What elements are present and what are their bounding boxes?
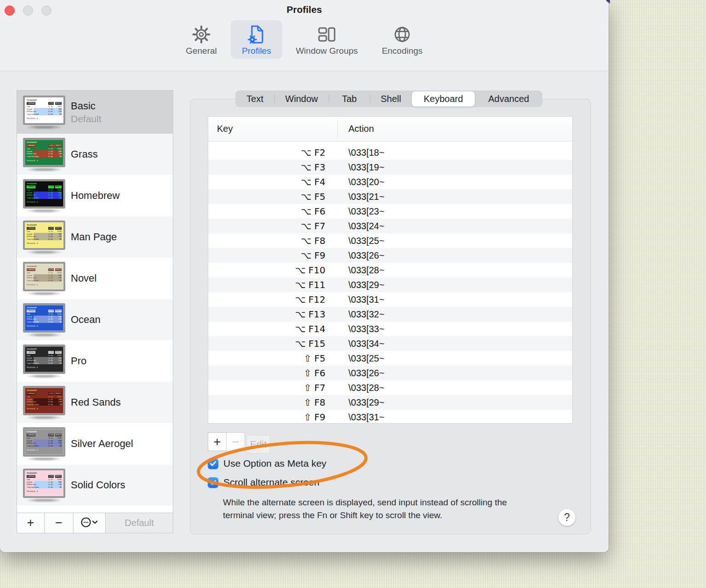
tab-text[interactable]: Text	[235, 90, 274, 107]
scroll-alternate-screen-checkbox[interactable]	[208, 477, 218, 488]
key-cell: ⌥ F4	[208, 176, 337, 187]
gear-icon	[191, 23, 212, 45]
action-cell: \033[31~	[337, 412, 572, 423]
key-binding-row[interactable]: ⇧ F7\033[28~	[208, 380, 572, 395]
profile-row-ocean[interactable]: Terminal#COMMAND%CPURPRVTtop4.1%231KXcod…	[17, 299, 173, 340]
profile-name: Basic	[71, 100, 102, 112]
tab-keyboard[interactable]: Keyboard	[412, 91, 475, 107]
key-binding-row[interactable]: ⌥ F15\033[34~	[208, 336, 572, 351]
profile-list: Terminal#COMMAND%CPURPRVTtop4.1%231KXcod…	[17, 90, 173, 513]
key-cell: ⌥ F12	[208, 294, 337, 305]
action-cell: \033[18~	[337, 147, 572, 158]
tab-window[interactable]: Window	[274, 90, 329, 107]
profile-default-badge: Default	[71, 113, 102, 124]
column-header-key: Key	[208, 124, 233, 134]
key-binding-row[interactable]: ⇧ F9\033[31~	[208, 410, 572, 424]
profile-row-basic[interactable]: Terminal#COMMAND%CPURPRVTtop4.1%231KXcod…	[17, 90, 173, 134]
profile-name: Ocean	[71, 314, 101, 326]
key-cell: ⌥ F15	[208, 338, 337, 349]
profile-thumbnail: Terminal#COMMAND%CPURPRVTtop4.1%231KXcod…	[23, 386, 65, 419]
profile-thumbnail: Terminal#COMMAND%CPURPRVTtop4.1%231KXcod…	[23, 303, 65, 336]
action-cell: \033[28~	[337, 383, 572, 393]
table-body: ⌥ F2\033[18~⌥ F3\033[19~⌥ F4\033[20~⌥ F5…	[208, 141, 572, 424]
profile-tabs: TextWindowTabShellKeyboardAdvanced	[235, 90, 542, 107]
key-binding-row[interactable]: ⌥ F14\033[33~	[208, 322, 572, 336]
ellipsis-circle-chevron-icon	[80, 516, 99, 530]
document-gear-icon	[246, 23, 267, 45]
toolbar-item-label: Encodings	[382, 46, 423, 56]
profile-row-novel[interactable]: Terminal#COMMAND%CPURPRVTtop4.1%231KXcod…	[17, 258, 173, 299]
key-binding-row[interactable]: ⌥ F8\033[25~	[208, 233, 572, 248]
key-cell: ⌥ F7	[208, 220, 337, 232]
profile-row-red-sands[interactable]: Terminal#COMMAND%CPURPRVTtop4.1%231KXcod…	[17, 382, 173, 423]
alternate-screen-help-text: While the alternate screen is displayed,…	[223, 496, 535, 522]
profile-name: Red Sands	[71, 396, 121, 408]
key-cell: ⌥ F2	[208, 147, 337, 158]
tab-advanced[interactable]: Advanced	[475, 90, 542, 107]
key-binding-row[interactable]: ⌥ F7\033[24~	[208, 219, 572, 233]
action-cell: \033[26~	[337, 250, 572, 261]
key-binding-row[interactable]: ⌥ F13\033[32~	[208, 307, 572, 322]
remove-binding-button[interactable]: −	[226, 432, 245, 451]
key-binding-row[interactable]: ⌥ F4\033[20~	[208, 175, 572, 189]
key-cell: ⌥ F8	[208, 235, 337, 246]
profile-actions-menu-button[interactable]	[74, 513, 106, 533]
action-cell: \033[25~	[337, 236, 572, 246]
key-binding-row[interactable]: ⌥ F11\033[29~	[208, 277, 572, 292]
profile-row-grass[interactable]: Terminal#COMMAND%CPURPRVTtop4.1%231KXcod…	[17, 134, 173, 175]
profile-name: Solid Colors	[71, 479, 125, 491]
profile-row-pro[interactable]: Terminal#COMMAND%CPURPRVTtop4.1%231KXcod…	[17, 340, 173, 382]
key-cell: ⌥ F9	[208, 250, 337, 261]
key-binding-row[interactable]: ⇧ F8\033[29~	[208, 395, 572, 410]
globe-icon	[392, 23, 413, 45]
key-binding-row[interactable]: ⌥ F12\033[31~	[208, 292, 572, 307]
toolbar-item-encodings[interactable]: Encodings	[371, 20, 433, 59]
tab-shell[interactable]: Shell	[370, 90, 411, 107]
key-cell: ⌥ F10	[208, 265, 337, 276]
action-cell: \033[20~	[337, 177, 572, 187]
key-binding-row[interactable]: ⌥ F2\033[18~	[208, 145, 572, 160]
profile-thumbnail: Terminal#COMMAND%CPURPRVTtop4.1%231KXcod…	[23, 220, 65, 254]
toolbar-item-general[interactable]: General	[176, 20, 227, 59]
use-option-as-meta-key-checkbox[interactable]	[208, 458, 218, 469]
add-binding-button[interactable]: +	[208, 432, 227, 451]
profile-thumbnail: Terminal#COMMAND%CPURPRVTtop4.1%231KXcod…	[23, 138, 65, 171]
key-binding-row[interactable]: ⌥ F5\033[21~	[208, 189, 572, 204]
profile-row-man-page[interactable]: Terminal#COMMAND%CPURPRVTtop4.1%231KXcod…	[17, 216, 173, 258]
tab-tab[interactable]: Tab	[329, 90, 370, 107]
action-cell: \033[21~	[337, 192, 572, 202]
key-bindings-table[interactable]: Key Action ⌥ F2\033[18~⌥ F3\033[19~⌥ F4\…	[208, 116, 573, 424]
key-binding-row[interactable]: ⇧ F5\033[25~	[208, 351, 572, 366]
help-button[interactable]: ?	[558, 509, 575, 526]
edit-binding-button[interactable]: Edit	[246, 435, 270, 453]
key-cell: ⇧ F7	[208, 382, 337, 393]
profile-thumbnail: Terminal#COMMAND%CPURPRVTtop4.1%231KXcod…	[23, 345, 65, 378]
toolbar-item-label: Window Groups	[296, 46, 358, 56]
add-profile-button[interactable]: +	[17, 513, 45, 533]
toolbar-item-label: Profiles	[242, 46, 271, 56]
profile-row-silver-aerogel[interactable]: Terminal#COMMAND%CPURPRVTtop4.1%231KXcod…	[17, 423, 173, 464]
profile-row-homebrew[interactable]: Terminal#COMMAND%CPURPRVTtop4.1%231KXcod…	[17, 175, 173, 216]
action-cell: \033[31~	[337, 294, 572, 305]
toolbar-item-label: General	[186, 46, 217, 56]
key-cell: ⇧ F6	[208, 368, 337, 379]
toolbar-item-window-groups[interactable]: Window Groups	[286, 20, 368, 59]
toolbar-item-profiles[interactable]: Profiles	[231, 20, 282, 59]
remove-profile-button[interactable]: −	[45, 513, 74, 533]
profile-thumbnail: Terminal#COMMAND%CPURPRVTtop4.1%231KXcod…	[23, 262, 65, 295]
key-binding-row[interactable]: ⌥ F9\033[26~	[208, 248, 572, 263]
action-cell: \033[24~	[337, 221, 572, 232]
action-cell: \033[32~	[337, 309, 572, 320]
profile-row-solid-colors[interactable]: Terminal#COMMAND%CPURPRVTtop4.1%231KXcod…	[17, 464, 173, 506]
profile-thumbnail: Terminal#COMMAND%CPURPRVTtop4.1%231KXcod…	[23, 96, 65, 129]
key-cell: ⌥ F11	[208, 279, 337, 290]
action-cell: \033[28~	[337, 265, 572, 276]
action-cell: \033[19~	[337, 162, 572, 173]
key-binding-row[interactable]: ⌥ F3\033[19~	[208, 160, 572, 175]
profile-name: Silver Aerogel	[71, 438, 133, 450]
key-binding-row[interactable]: ⌥ F10\033[28~	[208, 263, 572, 277]
key-binding-row[interactable]: ⇧ F6\033[26~	[208, 366, 572, 380]
set-default-button[interactable]: Default	[106, 513, 173, 533]
key-cell: ⌥ F14	[208, 323, 337, 334]
key-binding-row[interactable]: ⌥ F6\033[23~	[208, 204, 572, 219]
